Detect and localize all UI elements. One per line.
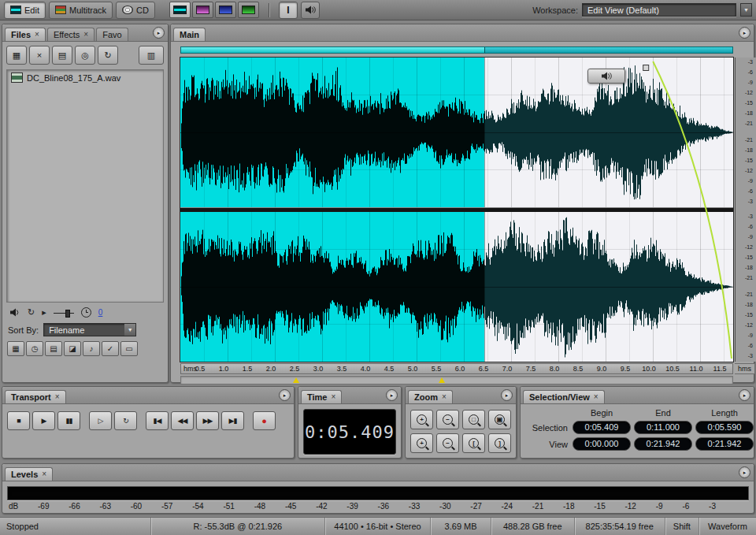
panel-menu-icon[interactable]: ▸ <box>739 389 750 401</box>
view-begin-field[interactable]: 0:00.000 <box>573 437 631 451</box>
show-midi-files-toggle[interactable]: ◪ <box>64 341 81 356</box>
cue-marker[interactable] <box>439 377 445 383</box>
level-meter[interactable] <box>7 486 749 500</box>
view-options-button[interactable]: ▥ <box>139 46 164 65</box>
timeline-ruler[interactable]: hms 0.51.01.52.02.53.03.54.04.55.05.56.0… <box>180 363 733 374</box>
tab-effects[interactable]: Effects × <box>47 28 94 41</box>
tab-close-icon[interactable]: × <box>594 393 598 401</box>
status-modifier-key: Shift <box>665 518 699 535</box>
workspace-dropdown-arrow[interactable]: ▼ <box>740 3 752 17</box>
volume-hud[interactable] <box>587 69 625 84</box>
amplitude-ruler[interactable]: -3-3-6-6-9-9-12-12-15-15-18-18-21-21-3-3… <box>735 58 756 362</box>
zoom-right-edge-button[interactable]: ] <box>488 433 511 453</box>
view-end-field[interactable]: 0:21.942 <box>634 437 692 451</box>
spectral-pan-view-button[interactable] <box>215 2 236 18</box>
stop-button[interactable]: ■ <box>7 411 30 430</box>
tab-transport[interactable]: Transport × <box>5 390 66 403</box>
tab-close-icon[interactable]: × <box>35 31 39 39</box>
zoom-out-horizontal-button[interactable]: − <box>436 410 459 429</box>
amplitude-ruler-label: -6 <box>748 188 753 195</box>
fast-forward-button[interactable]: ▶▶ <box>196 411 219 430</box>
status-sample-format: 44100 • 16-bit • Stereo <box>325 518 431 535</box>
zoom-out-vertical-button[interactable]: − <box>436 433 459 453</box>
import-file-button[interactable]: ▦ <box>6 46 27 65</box>
rewind-button[interactable]: ◀◀ <box>171 411 194 430</box>
tab-zoom[interactable]: Zoom × <box>408 390 453 403</box>
waveform-display[interactable] <box>180 58 733 362</box>
cd-view-button[interactable]: CD <box>116 2 155 19</box>
tab-files[interactable]: Files × <box>5 28 46 41</box>
autoplay-count-link[interactable]: 0 <box>98 308 103 317</box>
tab-close-icon[interactable]: × <box>331 393 335 401</box>
tab-favorites[interactable]: Favo <box>96 28 128 41</box>
show-metadata-toggle[interactable]: ✓ <box>102 341 119 356</box>
panel-menu-icon[interactable]: ▸ <box>739 466 750 478</box>
show-marker-files-toggle[interactable]: ♪ <box>83 341 100 356</box>
selection-length-field[interactable]: 0:05.590 <box>695 421 754 434</box>
tab-levels[interactable]: Levels × <box>5 467 53 481</box>
insert-into-cd-list-button[interactable]: ◎ <box>75 46 95 65</box>
preview-speaker-icon[interactable] <box>9 308 20 317</box>
go-to-end-button[interactable]: ▶▮ <box>221 411 244 430</box>
preview-loop-icon[interactable]: ↻ <box>28 307 35 318</box>
spectral-frequency-view-button[interactable] <box>192 2 213 18</box>
range-bar[interactable] <box>180 46 733 54</box>
tab-time[interactable]: Time × <box>301 390 342 403</box>
insert-into-multitrack-button[interactable]: ▤ <box>52 46 72 65</box>
sort-by-select[interactable]: Filename ▼ <box>43 323 136 336</box>
levels-scale-label: -3 <box>709 502 716 511</box>
tab-close-icon[interactable]: × <box>83 31 88 39</box>
status-playback-state: Stopped <box>0 518 151 535</box>
panel-menu-icon[interactable]: ▸ <box>501 389 513 401</box>
zoom-to-selection-button[interactable]: ▣ <box>488 410 511 429</box>
timeline-tick-label: 2.5 <box>290 365 300 373</box>
selection-end-field[interactable]: 0:11.000 <box>634 421 692 434</box>
close-file-button[interactable]: × <box>29 46 50 65</box>
show-video-files-toggle[interactable]: ▤ <box>45 341 62 356</box>
view-length-field[interactable]: 0:21.942 <box>695 437 754 451</box>
workspace-select[interactable]: Edit View (Default) <box>582 3 736 17</box>
file-list[interactable]: DC_Bline08_175_A.wav <box>6 69 164 303</box>
panel-menu-icon[interactable]: ▸ <box>153 27 165 39</box>
preview-play-icon[interactable]: ▸ <box>42 307 46 318</box>
clock-icon[interactable] <box>81 307 91 318</box>
show-session-files-toggle[interactable]: ▭ <box>120 341 138 356</box>
panel-menu-icon[interactable]: ▸ <box>279 389 291 401</box>
preview-volume-slider[interactable] <box>54 309 74 317</box>
tab-close-icon[interactable]: × <box>442 393 447 401</box>
selection-begin-field[interactable]: 0:05.409 <box>573 421 631 434</box>
zoom-out-full-button[interactable]: □ <box>462 410 485 429</box>
tab-close-icon[interactable]: × <box>55 393 60 401</box>
waveform-view-button[interactable] <box>169 2 191 18</box>
cue-strip[interactable] <box>180 376 733 385</box>
file-item[interactable]: DC_Bline08_175_A.wav <box>7 70 163 85</box>
play-looped-button[interactable]: ↻ <box>114 411 137 430</box>
zoom-in-horizontal-button[interactable]: + <box>410 410 433 429</box>
panel-menu-icon[interactable]: ▸ <box>739 27 750 39</box>
tab-selection-view[interactable]: Selection/View × <box>523 390 605 403</box>
range-bar-rest[interactable] <box>485 47 732 53</box>
show-loop-files-toggle[interactable]: ◷ <box>26 341 43 356</box>
scrub-tool-button[interactable] <box>301 2 320 19</box>
edit-view-button[interactable]: Edit <box>4 2 46 19</box>
pause-button[interactable]: ▮▮ <box>57 411 80 430</box>
spectral-phase-view-button[interactable] <box>238 2 259 18</box>
cue-marker[interactable] <box>293 377 299 383</box>
record-button[interactable]: ● <box>253 411 276 430</box>
waveform-canvas[interactable] <box>180 58 733 362</box>
media-browser-button[interactable]: ↻ <box>98 46 118 65</box>
play-from-cursor-button[interactable]: ▷ <box>89 411 112 430</box>
multitrack-view-button[interactable]: Multitrack <box>49 2 113 19</box>
go-to-beginning-button[interactable]: ▮◀ <box>146 411 169 430</box>
chevron-down-icon[interactable]: ▼ <box>124 324 135 336</box>
play-button[interactable]: ▶ <box>32 411 55 430</box>
tab-main[interactable]: Main <box>173 28 206 41</box>
timeline-tick-label: 4.5 <box>384 365 395 373</box>
zoom-left-edge-button[interactable]: [ <box>462 433 485 453</box>
show-audio-files-toggle[interactable]: ▦ <box>7 341 24 356</box>
panel-menu-icon[interactable]: ▸ <box>386 389 398 401</box>
time-selection-tool-button[interactable]: I <box>279 2 298 19</box>
tab-close-icon[interactable]: × <box>42 470 46 478</box>
zoom-in-vertical-button[interactable]: + <box>410 433 433 453</box>
range-bar-selection[interactable] <box>181 47 485 53</box>
